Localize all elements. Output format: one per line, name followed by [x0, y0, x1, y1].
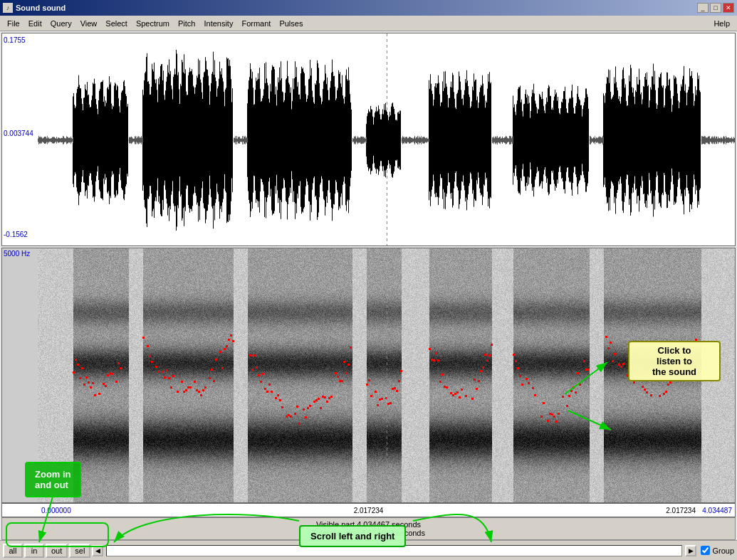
menu-bar: File Edit Query View Select Spectrum Pit… [0, 16, 737, 31]
close-button[interactable]: ✕ [723, 3, 734, 13]
title-bar: ♪ Sound sound _ □ ✕ [0, 0, 737, 16]
minimize-button[interactable]: _ [697, 3, 709, 13]
menu-pitch[interactable]: Pitch [174, 18, 199, 29]
group-label: Group [712, 546, 734, 555]
group-checkbox[interactable] [701, 546, 710, 555]
menu-file[interactable]: File [3, 18, 24, 29]
zoom-annotation: Zoom inand out [25, 462, 81, 497]
y-axis-mid: 0.003744 [4, 130, 33, 137]
app-icon: ♪ [3, 3, 13, 13]
time-mid: 2.017234 [354, 507, 384, 514]
menu-spectrum[interactable]: Spectrum [132, 18, 174, 29]
zoom-out-button[interactable]: out [46, 544, 68, 558]
click-listen-annotation: Click tolisten tothe sound [628, 341, 721, 381]
menu-select[interactable]: Select [101, 18, 132, 29]
time-start: 0.000000 [41, 507, 71, 514]
zoom-in-button[interactable]: in [24, 544, 44, 558]
scroll-left-button[interactable]: ◀ [92, 545, 103, 556]
zoom-all-button[interactable]: all [3, 544, 23, 558]
main-content: 2.017234 0.1755 0.003744 -0.1562 5000 Hz… [0, 31, 737, 560]
window-title: Sound sound [16, 4, 697, 12]
group-checkbox-area[interactable]: Group [701, 546, 734, 555]
menu-intensity[interactable]: Intensity [199, 18, 237, 29]
maximize-button[interactable]: □ [710, 3, 721, 13]
y-axis-bottom: -0.1562 [4, 231, 28, 238]
time-end-right: 2.017234 [666, 507, 696, 514]
time-end: 4.034487 [702, 507, 732, 514]
zoom-sel-button[interactable]: sel [69, 544, 90, 558]
waveform-area[interactable]: 2.017234 0.1755 0.003744 -0.1562 [1, 33, 736, 246]
spectrogram-area[interactable]: 5000 Hz Click tolisten tothe sound [1, 248, 736, 503]
waveform-canvas[interactable] [38, 33, 736, 246]
menu-pulses[interactable]: Pulses [275, 18, 307, 29]
scroll-annotation: Scroll left and right [299, 525, 406, 547]
menu-view[interactable]: View [76, 18, 102, 29]
y-axis-top: 0.1755 [4, 36, 26, 44]
menu-edit[interactable]: Edit [24, 18, 46, 29]
time-axis: 0.000000 2.017234 2.017234 4.034487 [1, 503, 736, 517]
menu-help[interactable]: Help [709, 18, 734, 29]
menu-query[interactable]: Query [46, 18, 76, 29]
window-controls[interactable]: _ □ ✕ [697, 3, 734, 13]
menu-formant[interactable]: Formant [237, 18, 275, 29]
scroll-right-button[interactable]: ▶ [685, 545, 696, 556]
spectrogram-y-axis: 5000 Hz [4, 250, 30, 258]
